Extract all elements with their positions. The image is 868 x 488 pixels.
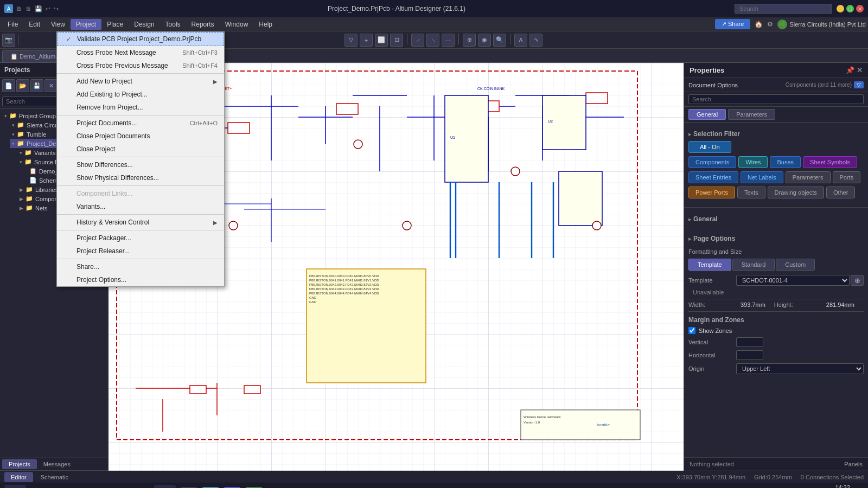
- dd-remove-project[interactable]: Remove from Project...: [57, 101, 224, 114]
- dd-add-existing-label: Add Existing to Project...: [76, 91, 218, 98]
- filter-sheet-entries[interactable]: Sheet Entries: [688, 171, 738, 183]
- maximize-button[interactable]: □: [846, 5, 854, 12]
- toolbar-zoom1[interactable]: ⊕: [463, 34, 476, 47]
- panel-pin-icon[interactable]: 📌: [846, 66, 854, 74]
- svg-point-64: [354, 140, 362, 149]
- clock[interactable]: 14:32 Thursday03-02-2022: [822, 484, 850, 488]
- vertical-input[interactable]: 4: [736, 337, 763, 347]
- filter-buses[interactable]: Buses: [770, 156, 801, 168]
- dd-packager[interactable]: Project Packager...: [57, 232, 224, 245]
- dd-sep1: [57, 73, 224, 74]
- filter-net-labels[interactable]: Net Labels: [741, 171, 783, 183]
- format-tab-standard[interactable]: Standard: [732, 259, 775, 271]
- share-button[interactable]: ↗ Share: [715, 19, 750, 29]
- dd-show-phys-diff[interactable]: Show Physical Differences...: [57, 171, 224, 184]
- filter-ports[interactable]: Ports: [833, 171, 861, 183]
- menu-help[interactable]: Help: [253, 19, 278, 30]
- filter-texts[interactable]: Texts: [737, 187, 765, 198]
- menu-view[interactable]: View: [46, 19, 71, 30]
- filter-buttons-row1: Components Wires Buses Sheet Symbols: [688, 156, 864, 168]
- toolbar-rect[interactable]: ⬜: [375, 34, 388, 47]
- menu-edit[interactable]: Edit: [23, 19, 46, 30]
- dd-show-diff[interactable]: Show Differences...: [57, 158, 224, 171]
- dd-add-existing[interactable]: Add Existing to Project...: [57, 88, 224, 101]
- dd-project-docs[interactable]: Project Documents... Ctrl+Alt+O: [57, 117, 224, 130]
- sidebar-btn-close[interactable]: ✕: [44, 79, 58, 92]
- sidebar-btn-save[interactable]: 💾: [30, 79, 43, 92]
- tree-arrow: ▾: [12, 123, 15, 128]
- settings-icon[interactable]: ⚙: [767, 21, 773, 28]
- bottom-tab-projects[interactable]: Projects: [2, 459, 37, 469]
- menu-tools[interactable]: Tools: [160, 19, 186, 30]
- menu-project[interactable]: Project: [71, 19, 101, 30]
- menu-reports[interactable]: Reports: [186, 19, 220, 30]
- dd-cross-probe-prev[interactable]: Cross Probe Previous Message Shift+Ctrl+…: [57, 59, 224, 72]
- filter-icon[interactable]: ▽: [854, 81, 864, 88]
- toolbar-text[interactable]: A: [514, 34, 527, 47]
- toolbar-sel[interactable]: ⊡: [390, 34, 403, 47]
- toolbar-filter[interactable]: ▽: [344, 34, 358, 47]
- toolbar-add[interactable]: +: [360, 34, 373, 47]
- filter-power-ports[interactable]: Power Ports: [688, 187, 735, 198]
- toolbar-zoom3[interactable]: 🔍: [493, 34, 506, 47]
- start-button[interactable]: ⊞: [4, 485, 26, 488]
- toolbar-wave[interactable]: ∿: [529, 34, 542, 47]
- editor-tab-schematic[interactable]: Schematic: [34, 472, 75, 482]
- filter-components[interactable]: Components: [688, 156, 736, 168]
- minimize-button[interactable]: ─: [837, 5, 844, 12]
- sidebar-btn-open[interactable]: 📂: [16, 79, 29, 92]
- menu-file[interactable]: File: [2, 19, 23, 30]
- toolbar-btn-camera[interactable]: 📷: [2, 34, 15, 47]
- all-on-button[interactable]: All - On: [688, 141, 731, 153]
- dd-validate-pcb[interactable]: ✓ Validate PCB Project Project_Demo.PrjP…: [57, 32, 224, 46]
- template-expand-btn[interactable]: ⊕: [851, 275, 864, 286]
- bottom-tab-messages[interactable]: Messages: [37, 459, 77, 469]
- title-search-input[interactable]: [735, 4, 832, 14]
- panel-close-icon[interactable]: ✕: [857, 66, 863, 74]
- show-zones-checkbox[interactable]: [688, 327, 695, 334]
- filter-sheet-symbols[interactable]: Sheet Symbols: [803, 156, 857, 168]
- dd-releaser[interactable]: Project Releaser...: [57, 245, 224, 258]
- menu-place[interactable]: Place: [101, 19, 129, 30]
- dd-history-version[interactable]: History & Version Control ▶: [57, 216, 224, 229]
- format-tab-template[interactable]: Template: [688, 259, 731, 271]
- editor-tab-editor[interactable]: Editor: [4, 472, 33, 482]
- menu-window[interactable]: Window: [220, 19, 254, 30]
- menu-design[interactable]: Design: [129, 19, 159, 30]
- panel-tab-parameters[interactable]: Parameters: [728, 109, 775, 120]
- dd-close-docs[interactable]: Close Project Documents: [57, 130, 224, 143]
- dd-project-options[interactable]: Project Options...: [57, 273, 224, 286]
- template-select[interactable]: SCHDOT-0001-4: [736, 275, 850, 286]
- horizontal-input[interactable]: 8: [736, 350, 763, 360]
- dd-cross-next-label: Cross Probe Next Message: [76, 49, 178, 56]
- format-tab-custom[interactable]: Custom: [776, 259, 815, 271]
- filter-parameters[interactable]: Parameters: [786, 171, 831, 183]
- panel-tab-general[interactable]: General: [688, 109, 726, 120]
- panel-doc-options: Document Options Components (and 11 more…: [684, 78, 868, 92]
- svg-point-63: [229, 221, 238, 230]
- panel-search-input[interactable]: [688, 94, 864, 104]
- origin-select[interactable]: Upper Left Upper Right Lower Left Lower …: [736, 363, 864, 374]
- filter-drawing-objects[interactable]: Drawing objects: [768, 187, 824, 198]
- filter-other[interactable]: Other: [826, 187, 856, 198]
- general-title: General: [688, 213, 864, 226]
- dd-variants[interactable]: Variants...: [57, 200, 224, 213]
- sidebar-btn-new[interactable]: 📄: [2, 79, 15, 92]
- tree-icon: 📁: [25, 186, 33, 193]
- dd-arrow-history: ▶: [213, 220, 218, 226]
- home-icon[interactable]: 🏠: [755, 21, 763, 28]
- toolbar-wire1[interactable]: ⟋: [411, 34, 424, 47]
- dd-add-new[interactable]: Add New to Project ▶: [57, 75, 224, 88]
- taskview-button[interactable]: ⧉: [154, 485, 176, 488]
- panels-btn[interactable]: Panels: [844, 461, 863, 467]
- filter-wires[interactable]: Wires: [738, 156, 768, 168]
- toolbar-zoom2[interactable]: ◉: [478, 34, 491, 47]
- dd-cross-probe-next[interactable]: Cross Probe Next Message Shift+Ctrl+F3: [57, 46, 224, 59]
- taskbar: ⊞ 🔍 Type here to search ⧉ 📁 🌐 👥 ▶ » Desk…: [0, 483, 868, 488]
- toolbar-line[interactable]: —: [442, 34, 455, 47]
- dd-share[interactable]: Share...: [57, 260, 224, 273]
- close-button[interactable]: ✕: [856, 5, 864, 12]
- toolbar-wire2[interactable]: ⟍: [426, 34, 439, 47]
- dd-close-project[interactable]: Close Project: [57, 143, 224, 156]
- tree-label: Variants: [34, 150, 56, 156]
